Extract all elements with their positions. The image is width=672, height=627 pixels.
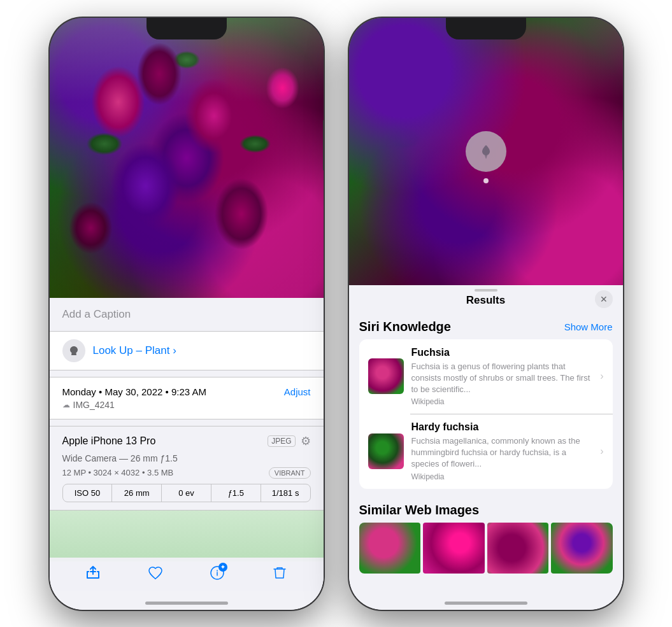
photo-area — [50, 18, 324, 298]
left-phone: Add a Caption Look Up – Plant › Monday •… — [50, 18, 324, 610]
results-title: Results — [466, 294, 505, 307]
siri-card: Fuchsia Fuchsia is a genus of flowering … — [359, 339, 613, 489]
hardy-fuchsia-chevron-icon: › — [600, 446, 603, 457]
show-more-button[interactable]: Show More — [564, 321, 613, 332]
siri-item-hardy-fuchsia[interactable]: Hardy fuchsia Fuchsia magellanica, commo… — [359, 414, 613, 489]
visual-intelligence-button[interactable] — [466, 131, 506, 172]
favorite-button[interactable] — [148, 565, 163, 584]
info-badge: ✦ — [218, 563, 227, 572]
vi-dot — [483, 178, 489, 183]
map-area — [50, 511, 324, 561]
hardy-fuchsia-source: Wikipedia — [411, 472, 593, 481]
device-section: Apple iPhone 13 Pro JPEG ⚙ Wide Camera —… — [50, 426, 324, 511]
hardy-fuchsia-info: Hardy fuchsia Fuchsia magellanica, commo… — [411, 421, 593, 481]
fuchsia-source: Wikipedia — [411, 397, 593, 406]
meta-filename: ☁ IMG_4241 — [62, 400, 311, 410]
flower-overlay — [50, 18, 324, 298]
lookup-icon — [62, 339, 85, 362]
right-photo-area — [349, 18, 623, 285]
web-image-4[interactable] — [551, 523, 613, 574]
lookup-row[interactable]: Look Up – Plant › — [50, 332, 324, 370]
results-header: Results ✕ — [349, 285, 623, 313]
caption-row: Add a Caption — [50, 298, 324, 332]
similar-web-images-title: Similar Web Images — [359, 503, 480, 518]
format-badge: JPEG — [268, 435, 295, 447]
web-image-2[interactable] — [423, 523, 485, 574]
camera-gear-icon: ⚙ — [301, 434, 311, 448]
meta-date: Monday • May 30, 2022 • 9:23 AM — [62, 386, 206, 397]
fuchsia-name: Fuchsia — [411, 347, 593, 358]
resolution-text: 12 MP • 3024 × 4032 • 3.5 MB — [62, 468, 174, 477]
hardy-fuchsia-name: Hardy fuchsia — [411, 421, 593, 433]
meta-section: Monday • May 30, 2022 • 9:23 AM Adjust ☁… — [50, 377, 324, 419]
flower-photo — [50, 18, 324, 298]
badge-row: JPEG ⚙ — [268, 434, 310, 448]
exif-shutter: 1/181 s — [261, 484, 310, 502]
fuchsia-info: Fuchsia Fuchsia is a genus of flowering … — [411, 347, 593, 407]
web-images-section: Similar Web Images — [349, 497, 623, 581]
web-images-grid — [359, 523, 613, 574]
siri-section: Siri Knowledge Show More Fuchsia Fuchsia… — [349, 313, 623, 497]
fuchsia-thumbnail — [368, 358, 404, 394]
exif-ev: 0 ev — [162, 484, 211, 502]
results-close-button[interactable]: ✕ — [595, 290, 613, 308]
specs-row: 12 MP • 3024 × 4032 • 3.5 MB VIBRANT — [62, 467, 311, 479]
exif-row: ISO 50 26 mm 0 ev ƒ1.5 1/181 s — [62, 484, 311, 502]
right-screen: Results ✕ Siri Knowledge Show More Fuchs — [349, 18, 623, 610]
adjust-button[interactable]: Adjust — [284, 386, 311, 397]
exif-aperture: ƒ1.5 — [211, 484, 261, 502]
share-button[interactable] — [85, 565, 101, 584]
siri-item-fuchsia[interactable]: Fuchsia Fuchsia is a genus of flowering … — [359, 339, 613, 414]
drag-handle — [475, 289, 497, 292]
siri-knowledge-title: Siri Knowledge — [359, 320, 451, 334]
fuchsia-desc: Fuchsia is a genus of flowering plants t… — [411, 361, 593, 396]
right-phone: Results ✕ Siri Knowledge Show More Fuchs — [349, 18, 623, 610]
exif-iso: ISO 50 — [63, 484, 113, 502]
web-images-header: Similar Web Images — [359, 497, 613, 523]
camera-spec: Wide Camera — 26 mm ƒ1.5 — [62, 453, 311, 463]
home-indicator — [145, 602, 228, 605]
hardy-fuchsia-thumbnail — [368, 433, 404, 469]
bottom-toolbar: ✦ — [50, 558, 324, 591]
siri-section-header: Siri Knowledge Show More — [359, 313, 613, 339]
vibrant-badge: VIBRANT — [269, 467, 311, 479]
left-screen: Add a Caption Look Up – Plant › Monday •… — [50, 18, 324, 610]
device-name: Apple iPhone 13 Pro — [62, 435, 156, 447]
home-indicator-right — [445, 602, 527, 605]
fuchsia-chevron-icon: › — [600, 370, 603, 382]
results-panel: Results ✕ Siri Knowledge Show More Fuchs — [349, 285, 623, 610]
caption-placeholder[interactable]: Add a Caption — [62, 308, 131, 320]
web-image-1[interactable] — [359, 523, 421, 574]
lookup-text: Look Up – Plant › — [93, 344, 176, 357]
cloud-icon: ☁ — [62, 400, 70, 409]
info-button[interactable]: ✦ — [210, 565, 225, 584]
delete-button[interactable] — [272, 565, 287, 584]
web-image-3[interactable] — [487, 523, 549, 574]
exif-focal: 26 mm — [112, 484, 162, 502]
hardy-fuchsia-desc: Fuchsia magellanica, commonly known as t… — [411, 435, 593, 470]
